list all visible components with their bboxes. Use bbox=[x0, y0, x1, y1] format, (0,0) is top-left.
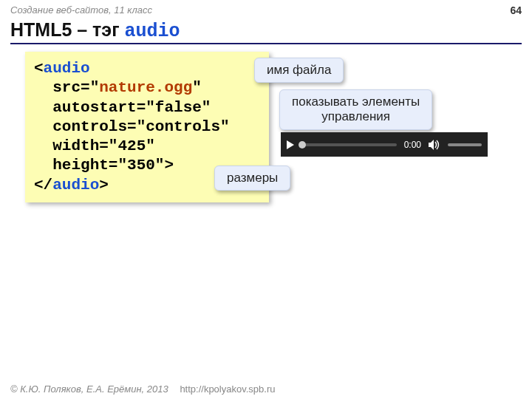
seek-track[interactable] bbox=[301, 143, 397, 146]
callout-controls-l2: управления bbox=[321, 109, 390, 123]
code-tag-close: audio bbox=[52, 177, 99, 194]
audio-player[interactable]: 0:00 bbox=[281, 132, 488, 157]
code-tag-open: audio bbox=[44, 60, 90, 77]
callout-controls-l1: показывать элементы bbox=[292, 95, 420, 109]
title-underline bbox=[10, 43, 522, 44]
course-header: Создание веб-сайтов, 11 класс bbox=[10, 4, 152, 16]
code-gt: > bbox=[99, 177, 109, 194]
callout-filename: имя файла bbox=[254, 58, 344, 83]
title-prefix: HTML5 – тэг bbox=[10, 19, 125, 40]
code-height: height="350"> bbox=[52, 157, 174, 174]
code-lt2: </ bbox=[34, 177, 52, 194]
callout-dimensions: размеры bbox=[214, 166, 290, 191]
callout-controls: показывать элементы управления bbox=[279, 89, 432, 130]
code-autostart: autostart="false" bbox=[52, 99, 211, 116]
code-src-attr: src=" bbox=[52, 79, 99, 96]
footer-copyright: © К.Ю. Поляков, Е.А. Ерёмин, 2013 bbox=[10, 383, 168, 395]
page-number: 64 bbox=[510, 4, 522, 16]
code-lt: < bbox=[34, 60, 44, 77]
svg-marker-0 bbox=[429, 140, 434, 150]
slide-title: HTML5 – тэг audio bbox=[10, 19, 180, 42]
title-tag: audio bbox=[125, 21, 180, 42]
footer-url: http://kpolyakov.spb.ru bbox=[180, 383, 275, 395]
speaker-icon[interactable] bbox=[429, 140, 440, 150]
code-controls: controls="controls" bbox=[52, 118, 229, 135]
volume-track[interactable] bbox=[448, 143, 482, 146]
code-src-val: nature.ogg bbox=[99, 79, 192, 96]
time-display: 0:00 bbox=[404, 140, 421, 150]
play-icon[interactable] bbox=[287, 140, 294, 149]
code-width: width="425" bbox=[52, 137, 155, 154]
seek-thumb[interactable] bbox=[299, 141, 306, 149]
footer: © К.Ю. Поляков, Е.А. Ерёмин, 2013 http:/… bbox=[10, 383, 275, 395]
code-src-quote: " bbox=[192, 79, 202, 96]
